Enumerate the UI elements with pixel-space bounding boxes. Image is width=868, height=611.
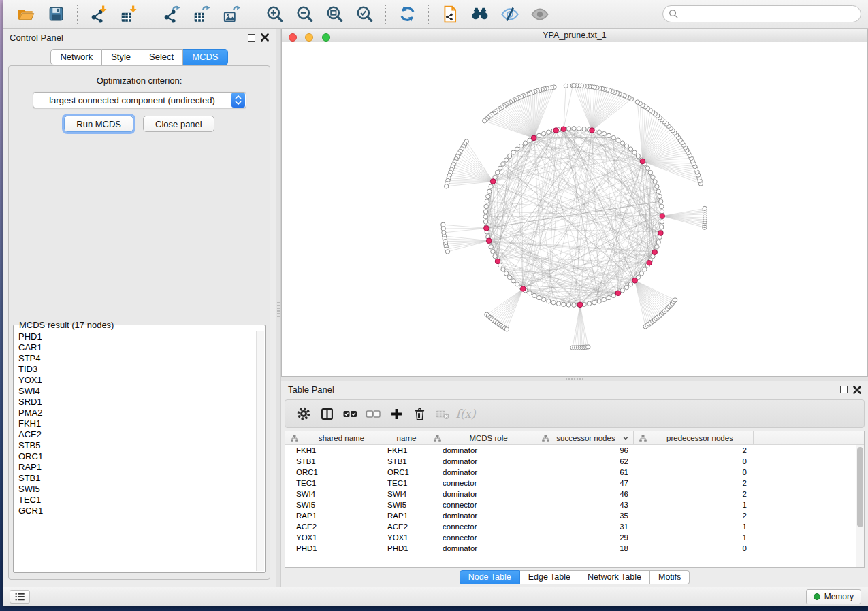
network-hub-node[interactable] <box>484 226 489 231</box>
network-node[interactable] <box>511 279 515 283</box>
table-row[interactable]: ACE2ACE2connector311 <box>285 521 864 532</box>
mcds-result-item[interactable]: RAP1 <box>14 462 264 473</box>
table-row[interactable]: YOX1YOX1connector291 <box>285 532 864 543</box>
mcds-result-item[interactable]: SRD1 <box>14 397 264 408</box>
network-node[interactable] <box>655 184 659 188</box>
network-node[interactable] <box>519 144 523 148</box>
network-node[interactable] <box>501 162 505 166</box>
table-row[interactable]: RAP1RAP1dominator352 <box>285 510 864 521</box>
network-node[interactable] <box>562 302 566 306</box>
network-node[interactable] <box>532 293 536 297</box>
open-file-button[interactable] <box>16 4 36 24</box>
network-node[interactable] <box>483 220 487 224</box>
share-network-button[interactable] <box>440 4 460 24</box>
network-node[interactable] <box>483 210 487 214</box>
export-network-button[interactable] <box>161 4 182 24</box>
network-node[interactable] <box>648 170 652 174</box>
network-node[interactable] <box>551 300 556 304</box>
tab-motifs[interactable]: Motifs <box>650 570 690 584</box>
network-leaf-node[interactable] <box>564 84 568 88</box>
network-leaf-node[interactable] <box>445 250 449 254</box>
network-node[interactable] <box>501 267 505 271</box>
mcds-result-item[interactable]: PMA2 <box>14 408 264 418</box>
network-node[interactable] <box>507 154 511 158</box>
apply-layout-button[interactable] <box>397 4 417 24</box>
network-node[interactable] <box>656 189 660 193</box>
import-network-button[interactable] <box>89 4 109 24</box>
network-node[interactable] <box>487 189 492 193</box>
network-node[interactable] <box>485 199 489 203</box>
zoom-selected-button[interactable] <box>354 4 374 24</box>
network-node[interactable] <box>577 127 581 131</box>
table-row[interactable]: ORC1ORC1dominator610 <box>285 467 864 478</box>
float-panel-icon[interactable] <box>248 34 255 42</box>
network-node[interactable] <box>504 271 508 276</box>
close-panel-button[interactable]: Close panel <box>143 116 214 132</box>
network-node[interactable] <box>624 144 628 148</box>
network-leaf-node[interactable] <box>444 184 448 188</box>
mcds-result-item[interactable]: SWI5 <box>14 484 264 495</box>
network-hub-node[interactable] <box>615 291 621 296</box>
network-hub-node[interactable] <box>561 127 566 132</box>
close-panel-icon[interactable] <box>853 386 861 394</box>
network-hub-node[interactable] <box>647 260 652 265</box>
network-node[interactable] <box>528 291 532 295</box>
network-node[interactable] <box>511 150 515 154</box>
mcds-result-item[interactable]: STP4 <box>14 353 264 364</box>
window-minimize-traffic-light[interactable] <box>305 33 313 42</box>
network-hub-node[interactable] <box>590 128 595 133</box>
network-node[interactable] <box>547 299 551 303</box>
vertical-splitter[interactable] <box>276 29 281 587</box>
window-close-traffic-light[interactable] <box>289 33 297 42</box>
table-settings-button[interactable] <box>292 403 315 425</box>
network-node[interactable] <box>592 300 596 304</box>
create-column-button[interactable] <box>385 403 408 425</box>
network-node[interactable] <box>483 214 487 218</box>
network-node[interactable] <box>611 293 615 297</box>
mcds-list-scrollbar[interactable] <box>256 331 264 571</box>
network-node[interactable] <box>636 154 640 158</box>
window-zoom-traffic-light[interactable] <box>322 33 330 42</box>
zoom-out-button[interactable] <box>294 4 315 24</box>
mcds-result-item[interactable]: STB5 <box>14 440 264 451</box>
network-node[interactable] <box>541 131 545 135</box>
network-node[interactable] <box>524 141 528 145</box>
network-leaf-node[interactable] <box>586 345 590 349</box>
network-leaf-node[interactable] <box>673 298 677 302</box>
network-node[interactable] <box>660 204 664 208</box>
network-node[interactable] <box>486 194 490 198</box>
network-node[interactable] <box>504 158 508 162</box>
network-hub-node[interactable] <box>632 278 638 283</box>
network-node[interactable] <box>616 138 620 142</box>
network-node[interactable] <box>660 210 664 214</box>
network-leaf-node[interactable] <box>703 206 707 210</box>
network-node[interactable] <box>493 254 497 258</box>
network-node[interactable] <box>651 175 655 179</box>
export-table-button[interactable] <box>191 4 212 24</box>
mcds-result-list[interactable]: PHD1CAR1STP4TID3YOX1SWI4SRD1PMA2FKH1ACE2… <box>14 331 264 571</box>
column-header-name[interactable]: name <box>385 431 428 444</box>
network-node[interactable] <box>659 199 663 203</box>
network-node[interactable] <box>656 240 660 244</box>
table-row[interactable]: FKH1FKH1dominator962 <box>285 445 864 456</box>
network-node[interactable] <box>484 204 488 208</box>
network-node[interactable] <box>624 285 628 289</box>
show-all-button[interactable] <box>530 4 550 24</box>
hide-selected-button[interactable] <box>500 4 520 24</box>
mcds-result-item[interactable]: STB1 <box>14 473 264 484</box>
network-node[interactable] <box>607 295 611 299</box>
table-scrollbar[interactable] <box>856 445 864 567</box>
network-node[interactable] <box>489 184 493 188</box>
float-panel-icon[interactable] <box>840 386 848 393</box>
mcds-result-item[interactable]: PHD1 <box>14 331 264 342</box>
mcds-result-item[interactable]: TEC1 <box>14 495 264 506</box>
table-row[interactable]: STB1STB1dominator620 <box>285 456 864 467</box>
tab-network[interactable]: Network <box>50 49 102 65</box>
network-node[interactable] <box>495 170 499 174</box>
tab-style[interactable]: Style <box>102 49 140 65</box>
network-hub-node[interactable] <box>553 128 559 133</box>
network-node[interactable] <box>611 135 615 139</box>
mcds-result-item[interactable]: SWI4 <box>14 386 264 397</box>
network-hub-node[interactable] <box>660 214 665 219</box>
save-session-button[interactable] <box>46 4 66 24</box>
